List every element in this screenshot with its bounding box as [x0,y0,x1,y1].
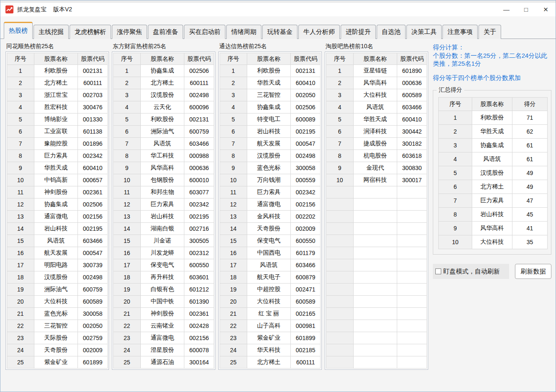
name-cell: 金风科技 [247,211,291,223]
code-cell: 002050 [78,320,108,332]
tab-mainline-mining[interactable]: 主线挖掘 [34,25,69,39]
name-cell: 巨力索具 [247,186,291,199]
rank-cell: 4 [114,101,141,113]
tab-buy-before-launch[interactable]: 买在启动前 [184,25,225,39]
code-cell: 600879 [291,271,321,284]
table-row: 7风语筑603466 [114,138,214,150]
board-title-tdx: 通达信热榜前25名 [219,43,322,50]
code-cell: 600589 [78,296,108,308]
table-row: 1利欧股份71 [439,111,548,125]
code-cell: 600111 [78,77,108,89]
rank-cell: 18 [114,271,141,284]
name-cell: 风语筑 [353,101,397,113]
table-row: 20中国中铁601390 [114,296,214,308]
watch-mode-label: 盯盘模式，自动刷新 [443,268,500,276]
tab-dragon-tiger[interactable]: 龙虎榜解析 [70,25,111,39]
tab-advanced[interactable]: 进阶提升 [341,25,376,39]
board-title-taoguba: 淘股吧热榜前10名 [326,43,428,50]
rank-cell: 16 [114,247,141,259]
table-row: 23紫金矿业601899 [220,332,321,344]
rank-cell: 8 [220,150,247,162]
rank-cell: 4 [326,101,354,113]
refresh-data-button[interactable]: 刷新数据 [515,264,551,279]
rank-cell [326,284,354,296]
rank-cell: 4 [439,152,472,166]
code-cell: 000988 [184,150,214,162]
code-cell: 600550 [184,259,214,271]
name-cell: 汉缆股份 [34,271,78,284]
code-cell: 002009 [78,344,108,356]
code-cell: 300058 [78,308,108,320]
code-cell: 300505 [184,235,214,247]
tab-notes[interactable]: 注意事项 [442,25,478,39]
tab-top-analysts[interactable]: 牛人分析师 [298,25,340,39]
code-cell: 002342 [291,186,321,199]
name-cell: 风语筑 [472,152,512,166]
name-cell: 风语筑 [34,235,78,247]
table-row: 13通富微电002156 [7,211,108,223]
name-cell: 杭电股份 [353,150,397,162]
name-cell: 航天电子 [247,271,291,284]
table-row: 5华胜天成600410 [326,113,427,126]
rank-cell: 8 [326,150,354,162]
tab-fund-play[interactable]: 玩转基金 [262,25,297,39]
code-cell: 002361 [78,186,108,199]
rank-cell [326,296,354,308]
code-cell: 603618 [397,150,427,162]
table-row: 2北方稀土600111 [7,77,108,89]
score-cell: 62 [512,125,548,139]
code-cell: 000559 [291,174,321,186]
table-row: 5利欧股份002131 [114,113,214,126]
table-row: 22三花智控002050 [7,320,108,332]
name-cell: 亚星锚链 [353,65,397,77]
code-cell: 002428 [184,320,214,332]
minimize-button[interactable]: — [497,3,516,16]
code-cell: 603466 [184,138,214,150]
app-window: 抓龙复盘宝 版本V2 — □ ✕ 热股榜主线挖掘龙虎榜解析涨停聚焦盘前准备买在启… [0,0,556,392]
close-button[interactable]: ✕ [536,3,556,16]
table-row: 3三花智控002050 [220,89,321,101]
table-row [326,247,427,259]
name-cell: 澄星股份 [140,344,184,356]
tab-sentiment-cycle[interactable]: 情绪周期 [226,25,261,39]
window-title: 抓龙复盘宝 [17,6,47,13]
table-row [326,320,427,332]
maximize-button[interactable]: □ [516,3,536,16]
column-header-code: 股票代码 [184,53,214,65]
name-cell: 网宿科技 [353,174,397,186]
rank-cell [326,223,354,235]
tab-decision-tools[interactable]: 决策工具 [406,25,442,39]
name-cell: 北方稀土 [140,77,184,89]
rank-cell: 11 [114,186,141,199]
rank-cell: 3 [326,89,354,101]
name-cell: 通源石油 [140,356,184,369]
table-row: 3汉缆股份002498 [114,89,214,101]
code-cell: 300476 [78,101,108,113]
table-row: 23通富微电002156 [114,332,214,344]
board-panel-ths: 序号股票名称股票代码1利欧股份0021312北方稀土6001113浙江世宝002… [5,52,109,370]
table-row [326,235,427,247]
name-cell: 大位科技 [472,235,512,249]
code-cell: 300442 [397,126,427,138]
stock-table: 序号股票名称股票代码1利欧股份0021312北方稀土6001113浙江世宝002… [7,53,108,369]
rank-cell: 22 [220,320,247,332]
tab-premarket-prep[interactable]: 盘前准备 [148,25,183,39]
rank-cell: 1 [439,111,472,125]
table-row [326,356,427,369]
tab-limit-up-focus[interactable]: 涨停聚焦 [112,25,147,39]
rank-cell: 1 [326,65,354,77]
tab-about[interactable]: 关于 [478,25,501,39]
name-cell: 天奇股份 [247,223,291,235]
tab-watch-pool[interactable]: 自选池 [377,25,406,39]
table-row: 1亚星锚链601890 [326,65,427,77]
tab-hot-stocks[interactable]: 热股榜 [4,22,33,39]
code-cell: 601390 [184,296,214,308]
table-row: 24澄星股份600078 [114,344,214,356]
watch-mode-checkbox[interactable] [435,268,441,274]
rank-cell [326,356,354,369]
name-cell: 胜宏科技 [34,101,78,113]
table-row: 5特变电工600089 [220,113,321,126]
code-cell: 601890 [397,65,427,77]
rank-cell: 15 [7,235,34,247]
code-cell: 002156 [184,332,214,344]
